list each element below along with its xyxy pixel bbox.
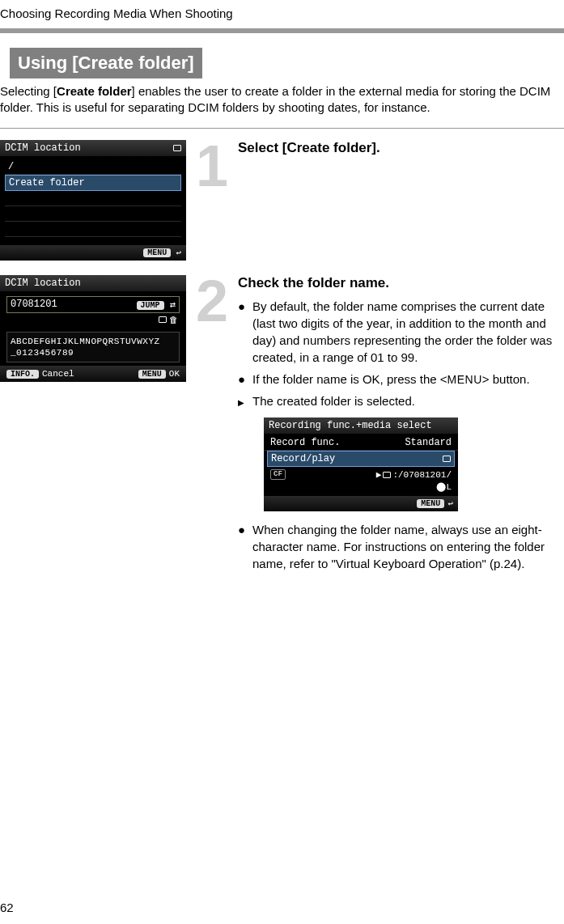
shot3-bottom: CF ▶:/07081201/ ⬤L — [264, 467, 458, 494]
section-intro: Selecting [Create folder] enables the us… — [0, 78, 564, 121]
page-number: 62 — [0, 901, 14, 914]
folder-name-field: 07081201 JUMP ⇄ — [6, 296, 180, 313]
step1-title: Select [Create folder]. — [238, 140, 564, 156]
shot-keyboard: DCIM location 07081201 JUMP ⇄ 🗑 ABCDEFGH… — [0, 275, 186, 383]
bullet-text-1: By default, the folder name comprises th… — [252, 298, 564, 366]
bullet-dot-icon: ● — [238, 298, 252, 315]
shot-row-create-folder: Create folder — [5, 175, 181, 191]
step1-screenshot: DCIM location / Create folder MENU ↩ — [0, 140, 186, 261]
trash-icon-group: 🗑 — [159, 315, 178, 325]
intro-divider — [0, 128, 564, 129]
shot-row-empty — [5, 191, 181, 206]
bullet-text-3: The created folder is selected. — [252, 392, 415, 409]
card-icon — [173, 145, 181, 151]
return-icon: ↩ — [176, 248, 181, 258]
shot3-row-record-play: Record/play — [267, 451, 455, 467]
header-divider — [0, 28, 564, 33]
intro-bold: Create folder — [57, 84, 132, 98]
intro-prefix: Selecting [ — [0, 84, 57, 98]
b2-suffix: > button. — [482, 372, 530, 386]
bullet-text-2: If the folder name is OK, press the <MEN… — [252, 371, 530, 388]
menu-inline-label: MENU — [447, 373, 482, 386]
row1-label: Record func. — [270, 437, 340, 448]
ok-label: OK — [169, 369, 180, 379]
kb-line2: _0123456789 — [11, 347, 176, 358]
shot2-footer: INFO. Cancel MENU OK — [0, 366, 186, 382]
cancel-label: Cancel — [42, 369, 74, 379]
shot-recording-media: Recording func.+media select Record func… — [264, 417, 458, 511]
name-icons-row: 🗑 — [0, 315, 186, 328]
shot-body: / Create folder — [0, 156, 186, 245]
step2-title: Check the folder name. — [238, 275, 564, 291]
row2-label: Record/play — [271, 453, 335, 464]
info-cancel: INFO. Cancel — [6, 369, 74, 379]
shot3-body: Record func. Standard Record/play CF ▶:/… — [264, 434, 458, 496]
triangle-icon — [238, 392, 252, 409]
section-heading: Using [Create folder] — [10, 48, 202, 78]
shot-titlebar: DCIM location — [0, 140, 186, 156]
step2-content: Check the folder name. ● By default, the… — [238, 275, 564, 578]
path-line: CF ▶:/07081201/ — [270, 468, 452, 481]
shot2-title: DCIM location — [5, 278, 81, 289]
row1-value: Standard — [405, 437, 452, 448]
menu-ok: MENU OK — [138, 369, 180, 379]
cf-badge-icon: CF — [270, 469, 286, 480]
step2-screenshot: DCIM location 07081201 JUMP ⇄ 🗑 ABCDEFGH… — [0, 275, 186, 383]
card-icon-small — [159, 316, 167, 323]
shot-title: DCIM location — [5, 142, 81, 154]
kb-line1: ABCDEFGHIJKLMNOPQRSTUVWXYZ — [11, 336, 176, 347]
shot3-footer: MENU ↩ — [264, 496, 458, 511]
menu-button: MENU — [138, 370, 166, 379]
step-1: DCIM location / Create folder MENU ↩ 1 S… — [0, 140, 564, 261]
b2-prefix: If the folder name is OK, press the < — [252, 372, 447, 386]
card-icon — [443, 453, 451, 464]
menu-button: MENU — [417, 499, 444, 508]
quality-line: ⬤L — [270, 481, 452, 493]
shot-dcim-location: DCIM location / Create folder MENU ↩ — [0, 140, 186, 261]
bullet-dot-icon: ● — [238, 371, 252, 388]
step2-bullets-after: ● When changing the folder name, always … — [238, 521, 564, 572]
return-icon: ↩ — [447, 498, 453, 509]
step2-number: 2 — [189, 275, 235, 328]
step2-bullets: ● By default, the folder name comprises … — [238, 298, 564, 410]
shot3-title: Recording func.+media select — [264, 417, 458, 434]
path-value: ▶:/07081201/ — [376, 469, 452, 480]
shot-footer: MENU ↩ — [0, 245, 186, 261]
step-2: DCIM location 07081201 JUMP ⇄ 🗑 ABCDEFGH… — [0, 275, 564, 578]
shot-row-empty — [5, 222, 181, 237]
bullet-item: ● By default, the folder name comprises … — [238, 298, 564, 366]
virtual-keyboard: ABCDEFGHIJKLMNOPQRSTUVWXYZ _0123456789 — [6, 332, 180, 363]
info-button: INFO. — [6, 370, 39, 379]
step1-number: 1 — [189, 140, 235, 193]
jump-label: JUMP ⇄ — [137, 299, 176, 311]
shot-row-empty — [5, 206, 181, 222]
folder-name-value: 07081201 — [11, 299, 57, 310]
menu-button: MENU — [143, 248, 171, 257]
bullet-item: ● When changing the folder name, always … — [238, 521, 564, 572]
shot2-titlebar: DCIM location — [0, 275, 186, 291]
quality-label: ⬤L — [436, 481, 452, 492]
bullet-dot-icon: ● — [238, 521, 252, 538]
shot-row-root: / — [5, 159, 181, 175]
bullet-text-4: When changing the folder name, always us… — [252, 521, 564, 572]
bullet-item: The created folder is selected. — [238, 392, 564, 409]
step1-content: Select [Create folder]. — [238, 140, 564, 163]
shot3-row-record-func: Record func. Standard — [264, 435, 458, 451]
page-header: Choosing Recording Media When Shooting — [0, 0, 564, 25]
bullet-item: ● If the folder name is OK, press the <M… — [238, 371, 564, 388]
